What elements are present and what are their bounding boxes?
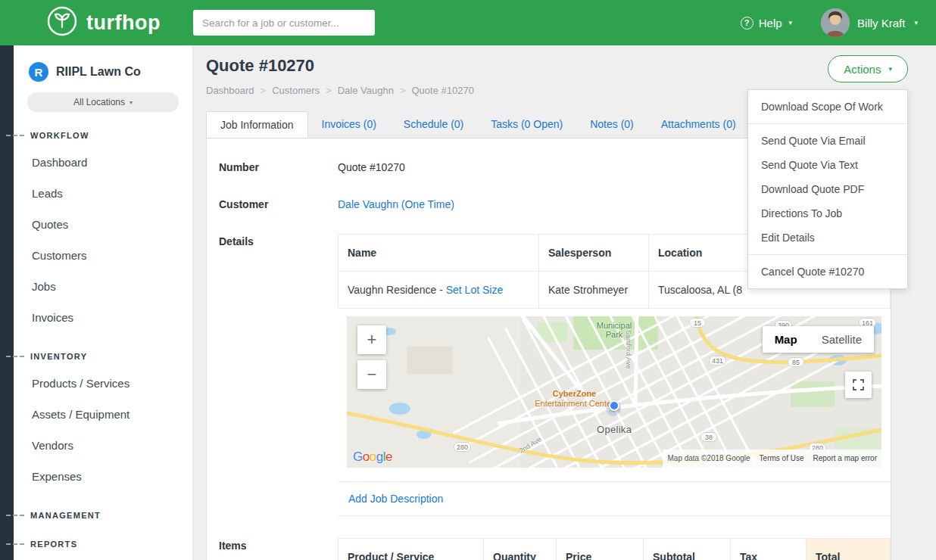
brand[interactable]: turfhop [0,5,193,41]
nav-section-management: MANAGEMENT [0,510,192,521]
topbar: turfhop ? Help ▾ Billy Kraft ▾ [0,0,936,45]
sidebar-item-jobs[interactable]: Jobs [0,271,192,302]
map-street-samford-ave: Samford Ave [621,330,636,369]
map-label-opelika: Opelika [597,422,632,437]
tab-invoices[interactable]: Invoices (0) [308,111,390,138]
topbar-right: ? Help ▾ Billy Kraft ▾ [741,8,936,37]
menu-item-edit-details[interactable]: Edit Details [748,226,907,250]
tab-job-information[interactable]: Job Information [206,111,308,138]
terms-of-use-link[interactable]: Terms of Use [760,451,804,466]
company-name: RIIPL Lawn Co [56,65,141,79]
breadcrumb-customer-name[interactable]: Dale Vaughn [338,85,394,96]
page-title: Quote #10270 [206,45,891,76]
search-input[interactable] [193,10,375,36]
sidebar-item-dashboard[interactable]: Dashboard [0,147,192,178]
tab-tasks[interactable]: Tasks (0 Open) [477,111,576,138]
sidebar: R RIIPL Lawn Co All Locations ▾ WORKFLOW… [0,45,193,560]
add-job-description-link[interactable]: Add Job Description [348,493,443,505]
breadcrumb-customers[interactable]: Customers [272,85,320,96]
sidebar-item-invoices[interactable]: Invoices [0,302,192,333]
sidebar-item-quotes[interactable]: Quotes [0,209,192,240]
customer-link[interactable]: Dale Vaughn [338,198,398,210]
menu-item-send-quote-via-text[interactable]: Send Quote Via Text [748,153,907,177]
brand-name: turfhop [86,11,161,35]
company-logo-icon: R [29,62,48,82]
fullscreen-icon [853,379,864,390]
add-job-description-box: Add Job Description [338,481,891,516]
details-col-salesperson: Salesperson [539,235,649,272]
road-badge-85: 85 [788,357,804,367]
salesperson-value: Kate Strohmeyer [539,272,649,309]
property-name: Vaughn Residence - [348,284,446,296]
details-col-name: Name [339,235,539,272]
tab-notes[interactable]: Notes (0) [576,111,647,138]
job-location-map[interactable]: Municipal Park CyberZone Entertainment C… [347,316,881,468]
items-label: Items [219,538,338,560]
menu-item-directions-to-job[interactable]: Directions To Job [748,201,907,226]
chevron-down-icon: ▾ [789,19,793,26]
menu-item-send-quote-via-email[interactable]: Send Quote Via Email [748,129,907,153]
map-type-satellite-button[interactable]: Satellite [810,326,874,353]
map-type-toggle: Map Satellite [763,326,874,353]
help-icon: ? [741,17,753,30]
user-name: Billy Kraft [857,17,905,30]
items-table: Product / Service Quantity Price Subtota… [338,538,891,560]
road-badge-15: 15 [689,318,706,328]
global-search [193,10,375,36]
google-logo[interactable]: Google [353,450,392,465]
customer-type-link[interactable]: (One Time) [401,198,454,210]
report-map-error-link[interactable]: Report a map error [813,451,877,466]
number-label: Number [219,160,338,175]
menu-item-download-scope-of-work[interactable]: Download Scope Of Work [748,95,907,119]
sidebar-item-expenses[interactable]: Expenses [0,461,192,492]
map-marker[interactable] [609,400,619,411]
chevron-down-icon: ▾ [914,19,918,26]
user-menu[interactable]: Billy Kraft ▾ [821,8,918,37]
details-label: Details [219,234,338,516]
actions-button[interactable]: Actions ▾ [828,55,908,82]
road-badge-431: 431 [709,356,726,366]
breadcrumb-dashboard[interactable]: Dashboard [206,85,254,96]
tab-schedule[interactable]: Schedule (0) [390,111,477,138]
location-filter-label: All Locations [73,97,125,107]
zoom-out-button[interactable]: − [357,360,386,389]
sidebar-item-assets-equipment[interactable]: Assets / Equipment [0,399,192,430]
items-col-subtotal: Subtotal [644,539,731,560]
breadcrumb-separator: > [326,85,332,96]
chevron-down-icon: ▾ [888,65,892,73]
actions-dropdown-menu: Download Scope Of Work Send Quote Via Em… [747,89,908,289]
menu-item-cancel-quote[interactable]: Cancel Quote #10270 [748,260,907,284]
map-data-credit: Map data ©2018 Google [667,451,750,466]
company-header[interactable]: R RIIPL Lawn Co [29,62,179,82]
zoom-in-button[interactable]: + [357,325,386,354]
menu-item-download-quote-pdf[interactable]: Download Quote PDF [748,177,907,201]
breadcrumb-separator: > [400,85,406,96]
nav-section-reports: REPORTS [0,539,192,549]
fullscreen-button[interactable] [845,372,872,398]
road-badge-38: 38 [700,432,717,442]
tab-attachments[interactable]: Attachments (0) [647,111,750,138]
map-zoom-controls: + − [357,325,386,389]
main-content: Quote #10270 Dashboard > Customers > Dal… [193,45,936,560]
sidebar-accent-strip [0,45,14,560]
items-col-total: Total [807,539,891,560]
turfhop-logo-icon [45,5,79,41]
set-lot-size-link[interactable]: Set Lot Size [446,284,504,296]
help-menu[interactable]: ? Help ▾ [741,17,792,30]
customer-label: Customer [219,197,338,212]
location-filter-button[interactable]: All Locations ▾ [27,92,179,112]
items-col-price: Price [557,539,644,560]
chevron-down-icon: ▾ [129,99,133,106]
sidebar-item-leads[interactable]: Leads [0,178,192,209]
sidebar-item-vendors[interactable]: Vendors [0,430,192,461]
sidebar-item-products-services[interactable]: Products / Services [0,368,192,399]
items-col-tax: Tax [731,539,807,560]
sidebar-item-customers[interactable]: Customers [0,240,192,271]
avatar [821,8,850,37]
breadcrumb-separator: > [261,85,267,96]
sidebar-nav: WORKFLOW Dashboard Leads Quotes Customer… [0,130,192,549]
map-type-map-button[interactable]: Map [763,326,810,353]
help-label: Help [759,17,782,30]
nav-section-workflow: WORKFLOW [0,130,192,141]
items-col-quantity: Quantity [484,539,557,560]
